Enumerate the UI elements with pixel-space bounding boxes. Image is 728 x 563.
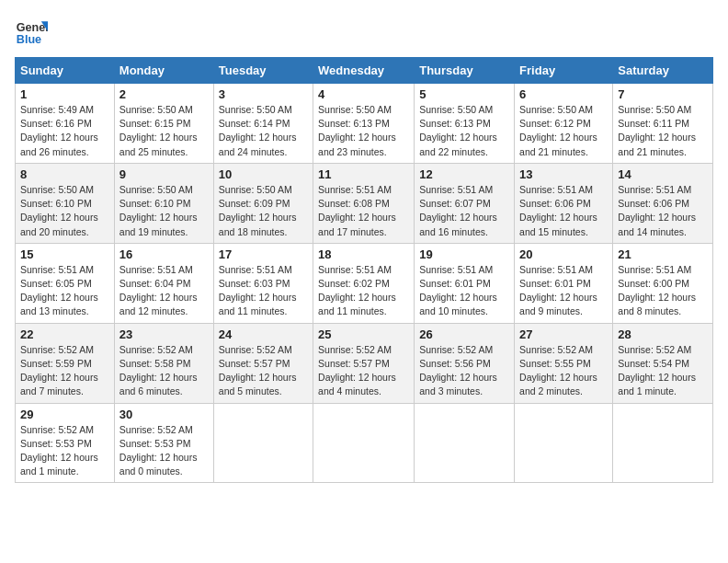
calendar-cell: 3Sunrise: 5:50 AMSunset: 6:14 PMDaylight… (213, 84, 313, 164)
day-header-wednesday: Wednesday (313, 58, 415, 84)
day-number: 3 (219, 87, 308, 101)
day-number: 29 (20, 408, 109, 421)
calendar-week-row: 8Sunrise: 5:50 AMSunset: 6:10 PMDaylight… (16, 163, 713, 243)
day-detail: Sunrise: 5:51 AMSunset: 6:05 PMDaylight:… (20, 264, 98, 317)
day-detail: Sunrise: 5:50 AMSunset: 6:14 PMDaylight:… (219, 104, 297, 157)
calendar-cell: 22Sunrise: 5:52 AMSunset: 5:59 PMDayligh… (16, 323, 115, 403)
calendar-cell: 19Sunrise: 5:51 AMSunset: 6:01 PMDayligh… (415, 243, 515, 323)
day-header-tuesday: Tuesday (213, 58, 313, 84)
day-detail: Sunrise: 5:52 AMSunset: 5:57 PMDaylight:… (318, 344, 396, 397)
calendar-week-row: 1Sunrise: 5:49 AMSunset: 6:16 PMDaylight… (16, 84, 713, 164)
day-detail: Sunrise: 5:50 AMSunset: 6:13 PMDaylight:… (318, 104, 396, 157)
calendar-cell: 24Sunrise: 5:52 AMSunset: 5:57 PMDayligh… (213, 323, 313, 403)
calendar-cell (313, 403, 415, 483)
day-detail: Sunrise: 5:51 AMSunset: 6:03 PMDaylight:… (219, 264, 297, 317)
calendar-body: 1Sunrise: 5:49 AMSunset: 6:16 PMDaylight… (16, 84, 713, 483)
calendar-cell: 10Sunrise: 5:50 AMSunset: 6:09 PMDayligh… (213, 163, 313, 243)
calendar-cell: 30Sunrise: 5:52 AMSunset: 5:53 PMDayligh… (114, 403, 213, 483)
logo-icon: General Blue (15, 15, 48, 48)
day-number: 7 (618, 87, 708, 101)
calendar-cell: 6Sunrise: 5:50 AMSunset: 6:12 PMDaylight… (515, 84, 613, 164)
day-number: 17 (219, 247, 308, 261)
day-detail: Sunrise: 5:51 AMSunset: 6:00 PMDaylight:… (618, 264, 696, 317)
calendar-header-row: SundayMondayTuesdayWednesdayThursdayFrid… (16, 58, 713, 84)
calendar-week-row: 22Sunrise: 5:52 AMSunset: 5:59 PMDayligh… (16, 323, 713, 403)
day-number: 28 (618, 327, 708, 341)
calendar-cell: 26Sunrise: 5:52 AMSunset: 5:56 PMDayligh… (415, 323, 515, 403)
calendar-cell: 17Sunrise: 5:51 AMSunset: 6:03 PMDayligh… (213, 243, 313, 323)
day-detail: Sunrise: 5:50 AMSunset: 6:13 PMDaylight:… (419, 104, 497, 157)
day-number: 9 (119, 167, 209, 181)
calendar-cell: 14Sunrise: 5:51 AMSunset: 6:06 PMDayligh… (613, 163, 713, 243)
calendar-cell: 12Sunrise: 5:51 AMSunset: 6:07 PMDayligh… (415, 163, 515, 243)
day-number: 27 (519, 327, 608, 341)
day-number: 15 (20, 247, 109, 261)
day-detail: Sunrise: 5:52 AMSunset: 5:53 PMDaylight:… (20, 424, 98, 477)
day-detail: Sunrise: 5:50 AMSunset: 6:10 PMDaylight:… (119, 184, 198, 237)
calendar-cell: 20Sunrise: 5:51 AMSunset: 6:01 PMDayligh… (515, 243, 613, 323)
day-detail: Sunrise: 5:52 AMSunset: 5:54 PMDaylight:… (618, 344, 696, 397)
day-detail: Sunrise: 5:50 AMSunset: 6:09 PMDaylight:… (219, 184, 297, 237)
day-number: 5 (419, 87, 509, 101)
logo: General Blue (15, 15, 48, 48)
day-number: 16 (119, 247, 209, 261)
calendar-cell: 27Sunrise: 5:52 AMSunset: 5:55 PMDayligh… (515, 323, 613, 403)
calendar-cell: 25Sunrise: 5:52 AMSunset: 5:57 PMDayligh… (313, 323, 415, 403)
calendar-cell: 23Sunrise: 5:52 AMSunset: 5:58 PMDayligh… (114, 323, 213, 403)
day-detail: Sunrise: 5:52 AMSunset: 5:57 PMDaylight:… (219, 344, 297, 397)
calendar-cell: 18Sunrise: 5:51 AMSunset: 6:02 PMDayligh… (313, 243, 415, 323)
day-number: 20 (519, 247, 608, 261)
calendar-cell: 1Sunrise: 5:49 AMSunset: 6:16 PMDaylight… (16, 84, 115, 164)
calendar-cell (613, 403, 713, 483)
day-number: 8 (20, 167, 109, 181)
day-detail: Sunrise: 5:52 AMSunset: 5:53 PMDaylight:… (119, 424, 198, 477)
calendar-cell: 2Sunrise: 5:50 AMSunset: 6:15 PMDaylight… (114, 84, 213, 164)
calendar-cell: 7Sunrise: 5:50 AMSunset: 6:11 PMDaylight… (613, 84, 713, 164)
day-number: 6 (519, 87, 608, 101)
day-detail: Sunrise: 5:51 AMSunset: 6:06 PMDaylight:… (519, 184, 597, 237)
day-number: 26 (419, 327, 509, 341)
day-header-sunday: Sunday (16, 58, 115, 84)
day-number: 12 (419, 167, 509, 181)
day-header-saturday: Saturday (613, 58, 713, 84)
calendar-cell: 13Sunrise: 5:51 AMSunset: 6:06 PMDayligh… (515, 163, 613, 243)
calendar-cell: 29Sunrise: 5:52 AMSunset: 5:53 PMDayligh… (16, 403, 115, 483)
day-number: 22 (20, 327, 109, 341)
calendar-table: SundayMondayTuesdayWednesdayThursdayFrid… (15, 57, 713, 483)
calendar-week-row: 29Sunrise: 5:52 AMSunset: 5:53 PMDayligh… (16, 403, 713, 483)
day-number: 1 (20, 87, 109, 101)
day-number: 14 (618, 167, 708, 181)
calendar-cell: 21Sunrise: 5:51 AMSunset: 6:00 PMDayligh… (613, 243, 713, 323)
day-detail: Sunrise: 5:51 AMSunset: 6:04 PMDaylight:… (119, 264, 198, 317)
calendar-cell: 15Sunrise: 5:51 AMSunset: 6:05 PMDayligh… (16, 243, 115, 323)
calendar-cell: 8Sunrise: 5:50 AMSunset: 6:10 PMDaylight… (16, 163, 115, 243)
day-detail: Sunrise: 5:51 AMSunset: 6:02 PMDaylight:… (318, 264, 396, 317)
day-header-thursday: Thursday (415, 58, 515, 84)
day-detail: Sunrise: 5:50 AMSunset: 6:10 PMDaylight:… (20, 184, 98, 237)
day-detail: Sunrise: 5:49 AMSunset: 6:16 PMDaylight:… (20, 104, 98, 157)
day-detail: Sunrise: 5:52 AMSunset: 5:58 PMDaylight:… (119, 344, 198, 397)
day-number: 13 (519, 167, 608, 181)
svg-text:Blue: Blue (17, 33, 41, 46)
day-detail: Sunrise: 5:52 AMSunset: 5:56 PMDaylight:… (419, 344, 497, 397)
day-detail: Sunrise: 5:52 AMSunset: 5:55 PMDaylight:… (519, 344, 597, 397)
day-detail: Sunrise: 5:51 AMSunset: 6:01 PMDaylight:… (519, 264, 597, 317)
day-number: 30 (119, 408, 209, 421)
day-header-monday: Monday (114, 58, 213, 84)
day-number: 25 (318, 327, 409, 341)
calendar-week-row: 15Sunrise: 5:51 AMSunset: 6:05 PMDayligh… (16, 243, 713, 323)
calendar-cell: 28Sunrise: 5:52 AMSunset: 5:54 PMDayligh… (613, 323, 713, 403)
calendar-cell: 16Sunrise: 5:51 AMSunset: 6:04 PMDayligh… (114, 243, 213, 323)
day-number: 21 (618, 247, 708, 261)
calendar-cell (213, 403, 313, 483)
calendar-cell (515, 403, 613, 483)
calendar-cell (415, 403, 515, 483)
day-header-friday: Friday (515, 58, 613, 84)
day-detail: Sunrise: 5:51 AMSunset: 6:01 PMDaylight:… (419, 264, 497, 317)
day-detail: Sunrise: 5:51 AMSunset: 6:08 PMDaylight:… (318, 184, 396, 237)
day-detail: Sunrise: 5:50 AMSunset: 6:11 PMDaylight:… (618, 104, 696, 157)
day-number: 23 (119, 327, 209, 341)
day-number: 19 (419, 247, 509, 261)
day-detail: Sunrise: 5:52 AMSunset: 5:59 PMDaylight:… (20, 344, 98, 397)
day-number: 18 (318, 247, 409, 261)
